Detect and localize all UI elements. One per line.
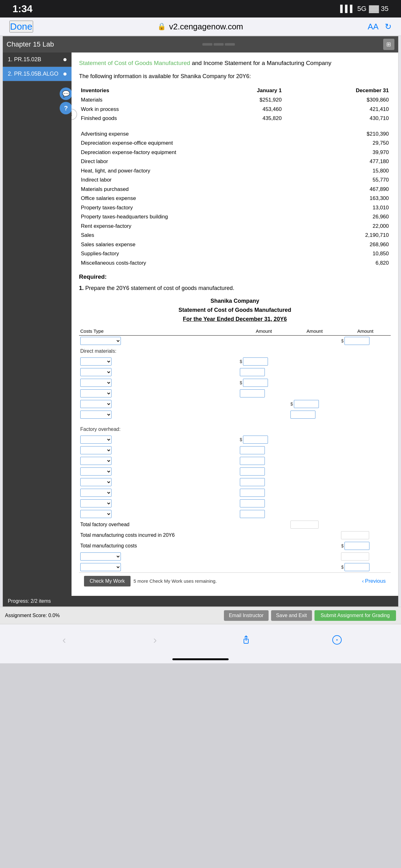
expense-value: 26,960 bbox=[323, 212, 391, 221]
costs-type-dropdown[interactable] bbox=[80, 337, 121, 345]
header-amount2: Amount bbox=[289, 327, 340, 336]
dm-amount-2[interactable] bbox=[240, 368, 265, 376]
fo-amount-4[interactable] bbox=[240, 467, 265, 475]
expense-value: 29,750 bbox=[323, 138, 391, 148]
empty bbox=[340, 509, 391, 519]
dm-line2-amount[interactable] bbox=[291, 410, 315, 419]
fo-dropdown-3[interactable] bbox=[80, 457, 111, 465]
total-fo-input[interactable] bbox=[291, 521, 319, 529]
grid-icon[interactable]: ⊞ bbox=[383, 39, 395, 50]
dm-line2-dropdown[interactable] bbox=[80, 410, 111, 419]
battery-icon: ▓▓ 35 bbox=[369, 5, 389, 13]
fo-amount-2[interactable] bbox=[240, 446, 265, 454]
dm-amount-1[interactable] bbox=[243, 358, 268, 366]
submit-assignment-button[interactable]: Submit Assignment for Grading bbox=[314, 610, 396, 621]
fo-dropdown-5[interactable] bbox=[80, 478, 111, 486]
url-bar[interactable]: 🔒 v2.cengagenow.com bbox=[157, 22, 243, 32]
dm-subtotal-dropdown[interactable] bbox=[80, 400, 111, 408]
check-my-work-button[interactable]: Check My Work bbox=[84, 576, 131, 587]
share-button[interactable] bbox=[237, 630, 256, 649]
table-row: Finished goods 435,820 430,710 bbox=[79, 114, 391, 123]
empty bbox=[340, 477, 391, 488]
chat-icon[interactable]: 💬 bbox=[60, 88, 72, 100]
total-mfg-label: Total manufacturing costs bbox=[79, 540, 239, 551]
empty bbox=[289, 377, 340, 388]
tab-3[interactable] bbox=[225, 43, 235, 45]
expense-label: Property taxes-factory bbox=[79, 203, 323, 213]
text-size-button[interactable]: AA bbox=[368, 22, 378, 32]
costs-type-cell[interactable] bbox=[79, 336, 239, 346]
expense-value: 13,010 bbox=[323, 203, 391, 213]
forward-button[interactable]: › bbox=[146, 630, 165, 649]
fo-dropdown-2[interactable] bbox=[80, 446, 111, 454]
statement-title: Statement of Cost of Goods Manufactured … bbox=[79, 59, 391, 68]
fo-amount-8[interactable] bbox=[240, 510, 265, 518]
dm-input-1-cell: $ bbox=[239, 356, 289, 367]
sidebar-item-1[interactable]: 1. PR.15.02B bbox=[3, 53, 71, 67]
empty bbox=[289, 498, 340, 509]
dm-amount-3[interactable] bbox=[243, 379, 268, 387]
form-row-dm-2 bbox=[79, 367, 391, 377]
sidebar: 1. PR.15.02B 2. PR.15.05B.ALGO 💬 ? bbox=[3, 53, 71, 596]
expense-label: Rent expense-factory bbox=[79, 221, 323, 231]
fo-dropdown-7[interactable] bbox=[80, 499, 111, 507]
inv-materials-jan: $251,920 bbox=[201, 95, 283, 105]
fo-dropdown-4[interactable] bbox=[80, 467, 111, 475]
compass-button[interactable] bbox=[328, 630, 346, 649]
fo-dropdown-6[interactable] bbox=[80, 489, 111, 497]
tab-2[interactable] bbox=[213, 43, 224, 45]
form-row-fo-3 bbox=[79, 456, 391, 466]
dm-dropdown-4-cell bbox=[79, 388, 239, 399]
dm-dropdown-4[interactable] bbox=[80, 389, 111, 398]
form-row-dm-subtotal: $ bbox=[79, 399, 391, 409]
amount3-input-cell: $ bbox=[340, 336, 391, 346]
form-row-dm-4 bbox=[79, 388, 391, 399]
expense-label: Heat, light, and power-factory bbox=[79, 166, 323, 176]
fo-amount-5[interactable] bbox=[240, 478, 265, 486]
dm-dropdown-3[interactable] bbox=[80, 379, 111, 387]
dollar-sign: $ bbox=[341, 338, 343, 344]
header-amount3: Amount bbox=[340, 327, 391, 336]
refresh-button[interactable]: ↻ bbox=[385, 22, 392, 32]
bottom-nav: ‹ › bbox=[0, 624, 401, 655]
extra-input-2-cell: $ bbox=[340, 562, 391, 572]
extra-dropdown-1[interactable] bbox=[80, 552, 121, 561]
help-icon[interactable]: ? bbox=[60, 102, 72, 114]
form-row-total-mfg: Total manufacturing costs $ bbox=[79, 540, 391, 551]
done-button[interactable]: Done bbox=[9, 21, 33, 32]
signal-icon: ▌▌▌ bbox=[340, 5, 355, 13]
empty bbox=[289, 466, 340, 477]
extra-dropdown-2[interactable] bbox=[80, 563, 121, 571]
total-mfg-incurred-input[interactable] bbox=[341, 531, 369, 539]
header-costs-type: Costs Type bbox=[79, 327, 239, 336]
dm-subtotal[interactable] bbox=[294, 400, 319, 408]
amount3-top-input[interactable] bbox=[344, 337, 369, 345]
fo-dropdown-1[interactable] bbox=[80, 436, 111, 444]
fo-dropdown-6-cell bbox=[79, 488, 239, 498]
table-row: Work in process 453,460 421,410 bbox=[79, 105, 391, 114]
back-button[interactable]: ‹ bbox=[55, 630, 74, 649]
fo-amount-6[interactable] bbox=[240, 489, 265, 497]
nav-back-arrow[interactable]: ‹ bbox=[71, 109, 77, 120]
sidebar-item-2-label: 2. PR.15.05B.ALGO bbox=[8, 71, 58, 77]
save-exit-button[interactable]: Save and Exit bbox=[271, 610, 312, 621]
col-inventories: Inventories bbox=[79, 86, 201, 96]
dm-dropdown-2[interactable] bbox=[80, 368, 111, 376]
tab-1[interactable] bbox=[202, 43, 212, 45]
previous-button[interactable]: ‹ Previous bbox=[362, 578, 386, 584]
dm-amount-4[interactable] bbox=[240, 389, 265, 398]
expense-row: Property taxes-factory 13,010 bbox=[79, 203, 391, 213]
extra-input-1[interactable] bbox=[341, 552, 369, 561]
expense-row: Depreciation expense-office equipment 29… bbox=[79, 138, 391, 148]
fo-dropdown-8[interactable] bbox=[80, 510, 111, 518]
fo-amount-1[interactable] bbox=[243, 436, 268, 444]
expense-row: Materials purchased 467,890 bbox=[79, 185, 391, 194]
dm-dropdown-1[interactable] bbox=[80, 358, 111, 366]
fo-amount-7[interactable] bbox=[240, 499, 265, 507]
fo-amount-3[interactable] bbox=[240, 457, 265, 465]
total-mfg-input[interactable] bbox=[344, 542, 369, 550]
sidebar-item-2[interactable]: 2. PR.15.05B.ALGO bbox=[3, 67, 71, 81]
extra-input-2[interactable] bbox=[344, 563, 369, 571]
status-icons: ▌▌▌ 5G ▓▓ 35 bbox=[340, 5, 389, 13]
email-instructor-button[interactable]: Email Instructor bbox=[224, 610, 269, 621]
